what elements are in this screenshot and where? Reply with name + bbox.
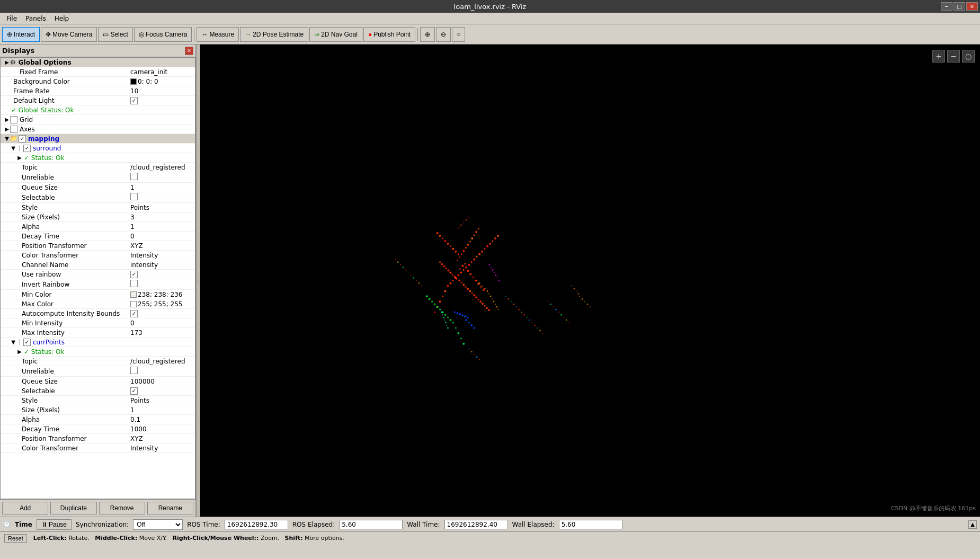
axes-checkbox[interactable]: [10, 126, 17, 133]
tool-minus[interactable]: ⊖: [436, 27, 451, 42]
curr-position-transformer-value[interactable]: XYZ: [130, 435, 194, 442]
panel-resize-handle[interactable]: ⋮: [196, 45, 200, 517]
max-color-value[interactable]: 255; 255; 255: [130, 300, 194, 308]
fixed-frame-value[interactable]: camera_init: [130, 68, 194, 76]
svg-point-117: [590, 306, 591, 307]
maximize-button[interactable]: □: [954, 2, 965, 11]
tool-focus-camera[interactable]: ◎ Focus Camera: [134, 27, 192, 42]
queue-size-label: Queue Size: [21, 184, 130, 191]
min-intensity-value[interactable]: 0: [130, 320, 194, 327]
mapping-checkbox[interactable]: [19, 135, 26, 143]
rename-button[interactable]: Rename: [147, 502, 193, 514]
minimize-button[interactable]: ─: [941, 2, 952, 11]
surround-expand[interactable]: ▼: [10, 145, 16, 151]
svg-point-123: [550, 304, 551, 305]
curr-alpha-value[interactable]: 0.1: [130, 416, 194, 423]
menu-file[interactable]: File: [2, 14, 21, 23]
global-status-row[interactable]: ✓ Global Status: Ok: [1, 105, 195, 115]
frame-rate-value[interactable]: 10: [130, 87, 194, 95]
viewport-plus-button[interactable]: +: [932, 50, 945, 63]
displays-tree[interactable]: ▶ ⚙ Global Options Fixed Frame camera_in…: [0, 57, 195, 499]
tool-measure[interactable]: ↔ Measure: [197, 27, 239, 42]
curr-color-transformer-value[interactable]: Intensity: [130, 445, 194, 452]
3d-viewport[interactable]: + − ○ CSDN @不懂音乐的码农 161ps: [200, 45, 980, 517]
tool-plus[interactable]: ⊕: [420, 27, 435, 42]
tool-interact[interactable]: ⊕ Interact: [2, 27, 40, 42]
fixed-frame-row: Fixed Frame camera_init: [1, 67, 195, 77]
alpha-value[interactable]: 1: [130, 223, 194, 230]
autocompute-value: [130, 309, 194, 317]
global-options-expand[interactable]: ▶: [4, 59, 10, 65]
style-value[interactable]: Points: [130, 204, 194, 211]
axes-row[interactable]: ▶ Axes: [1, 125, 195, 134]
tool-select[interactable]: ▭ Select: [98, 27, 132, 42]
svg-point-29: [480, 286, 482, 288]
surround-topic-value[interactable]: /cloud_registered: [130, 164, 194, 171]
curr-status-expand[interactable]: ▶: [16, 349, 23, 354]
add-button[interactable]: Add: [2, 502, 48, 514]
sync-select[interactable]: Off Approximate Exact: [133, 519, 183, 530]
tool-2d-pose-estimate[interactable]: → 2D Pose Estimate: [240, 27, 308, 42]
unreliable-checkbox[interactable]: [130, 173, 138, 180]
max-intensity-value[interactable]: 173: [130, 329, 194, 336]
curr-selectable-row: Selectable: [1, 386, 195, 396]
grid-row[interactable]: ▶ Grid: [1, 115, 195, 125]
surround-checkbox[interactable]: [23, 145, 31, 152]
axes-expand[interactable]: ▶: [4, 126, 10, 132]
decay-time-value[interactable]: 0: [130, 233, 194, 240]
surround-status-expand[interactable]: ▶: [16, 155, 23, 161]
surround-row[interactable]: ▼ ⋮ surround: [1, 144, 195, 153]
reset-button[interactable]: Reset: [4, 534, 27, 543]
svg-point-182: [498, 280, 500, 281]
global-options-row[interactable]: ▶ ⚙ Global Options: [1, 58, 195, 67]
min-color-value[interactable]: 238; 238; 236: [130, 291, 194, 298]
curr-size-pixels-value[interactable]: 1: [130, 406, 194, 414]
duplicate-button[interactable]: Duplicate: [50, 502, 96, 514]
tool-move-camera[interactable]: ✥ Move Camera: [41, 27, 97, 42]
curr-points-expand[interactable]: ▼: [10, 339, 16, 345]
default-light-checkbox[interactable]: [130, 97, 138, 104]
queue-size-value[interactable]: 1: [130, 184, 194, 191]
use-rainbow-checkbox[interactable]: [130, 271, 138, 278]
tool-publish-point[interactable]: ● Publish Point: [363, 27, 415, 42]
close-button[interactable]: ✕: [966, 2, 978, 11]
remove-button[interactable]: Remove: [99, 502, 145, 514]
svg-point-35: [434, 312, 435, 313]
main-area: Displays ✕ ▶ ⚙ Global Options Fixed Fram…: [0, 45, 980, 531]
color-transformer-value[interactable]: Intensity: [130, 252, 194, 259]
curr-style-value[interactable]: Points: [130, 397, 194, 404]
curr-selectable-checkbox[interactable]: [130, 387, 138, 395]
mapping-row[interactable]: ▼ 📁 mapping: [1, 134, 195, 144]
curr-decay-time-value[interactable]: 1000: [130, 425, 194, 433]
background-color-value[interactable]: 0; 0; 0: [130, 78, 194, 85]
position-transformer-value[interactable]: XYZ: [130, 242, 194, 250]
curr-size-pixels-row: Size (Pixels) 1: [1, 405, 195, 415]
time-expand-button[interactable]: ▲: [968, 520, 977, 529]
curr-points-checkbox[interactable]: [23, 339, 31, 346]
viewport-minus-button[interactable]: −: [947, 50, 960, 63]
autocompute-row: Autocompute Intensity Bounds: [1, 309, 195, 318]
invert-rainbow-checkbox[interactable]: [130, 280, 138, 287]
curr-queue-size-value[interactable]: 100000: [130, 378, 194, 385]
selectable-checkbox[interactable]: [130, 193, 138, 200]
mapping-expand[interactable]: ▼: [4, 136, 10, 141]
curr-status-row[interactable]: ▶ ✓ Status: Ok: [1, 347, 195, 357]
grid-expand[interactable]: ▶: [4, 117, 10, 122]
displays-close-button[interactable]: ✕: [185, 47, 193, 55]
tool-2d-nav-goal[interactable]: ⇒ 2D Nav Goal: [309, 27, 362, 42]
menu-panels[interactable]: Panels: [21, 14, 50, 23]
size-pixels-value[interactable]: 3: [130, 214, 194, 221]
pause-button[interactable]: ⏸ Pause: [37, 519, 72, 530]
menu-help[interactable]: Help: [50, 14, 73, 23]
curr-points-row[interactable]: ▼ ⋮ currPoints: [1, 338, 195, 347]
surround-status-row[interactable]: ▶ ✓ Status: Ok: [1, 153, 195, 163]
tool-circle[interactable]: ○: [452, 27, 465, 42]
svg-point-151: [469, 290, 471, 292]
svg-point-14: [481, 251, 483, 253]
curr-unreliable-checkbox[interactable]: [130, 367, 138, 374]
viewport-home-button[interactable]: ○: [962, 50, 975, 63]
channel-name-value[interactable]: intensity: [130, 261, 194, 269]
grid-checkbox[interactable]: [10, 116, 17, 123]
autocompute-checkbox[interactable]: [130, 310, 138, 317]
curr-topic-value[interactable]: /cloud_registered: [130, 358, 194, 365]
